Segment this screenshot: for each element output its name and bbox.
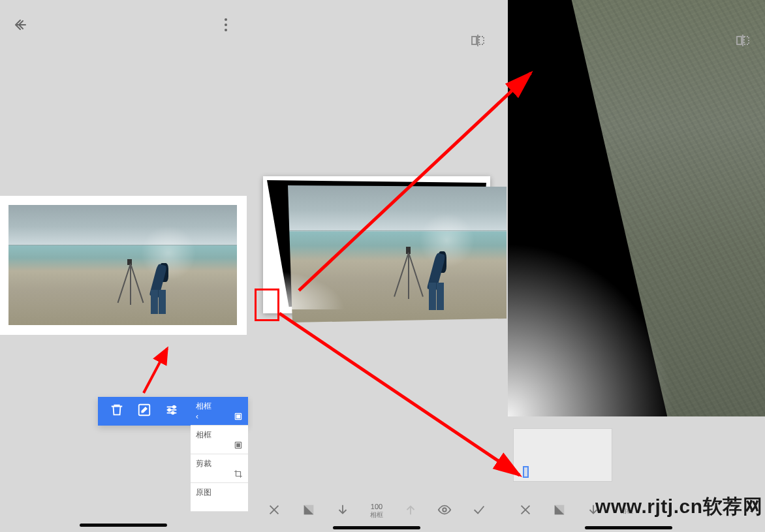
edit-icon[interactable] bbox=[137, 403, 151, 420]
svg-rect-9 bbox=[236, 415, 240, 418]
eye-icon[interactable] bbox=[437, 503, 452, 520]
panel-photo-view: 相框 ‹ 相框 剪裁 原图 bbox=[0, 0, 247, 532]
more-icon[interactable] bbox=[218, 17, 234, 33]
annotation-arrow-3 bbox=[274, 307, 529, 483]
panel-frame-zoom: 相框 bbox=[507, 0, 765, 532]
annotation-arrow-1 bbox=[137, 341, 176, 399]
close-icon[interactable] bbox=[267, 503, 281, 520]
home-indicator bbox=[333, 526, 420, 529]
menu-label: 相框 bbox=[196, 401, 211, 411]
menu-item-frame-selected[interactable]: 相框 ‹ bbox=[191, 397, 248, 426]
svg-rect-11 bbox=[236, 443, 240, 447]
menu-item-crop[interactable]: 剪裁 bbox=[191, 454, 248, 483]
close-icon[interactable] bbox=[518, 503, 533, 520]
svg-rect-20 bbox=[737, 37, 742, 44]
menu-item-original[interactable]: 原图 bbox=[191, 483, 248, 512]
top-bar bbox=[0, 0, 247, 50]
menu-label: 剪裁 bbox=[196, 459, 211, 468]
svg-rect-12 bbox=[472, 37, 476, 44]
svg-point-19 bbox=[443, 508, 446, 512]
arrow-down-icon[interactable] bbox=[336, 503, 350, 520]
svg-line-27 bbox=[299, 73, 531, 290]
compare-icon[interactable] bbox=[470, 33, 486, 51]
home-indicator bbox=[80, 524, 167, 527]
svg-line-26 bbox=[144, 349, 167, 393]
svg-rect-21 bbox=[744, 37, 749, 44]
slider-number: 100 bbox=[371, 503, 382, 510]
menu-item-frame[interactable]: 相框 bbox=[191, 426, 248, 454]
arrow-up-icon[interactable] bbox=[403, 503, 418, 520]
back-icon[interactable] bbox=[13, 17, 29, 33]
annotation-arrow-2 bbox=[279, 65, 540, 300]
svg-point-5 bbox=[173, 406, 176, 409]
svg-point-6 bbox=[168, 409, 171, 411]
watermark-text: www.rjtj.cn软荐网 bbox=[595, 493, 762, 520]
check-icon[interactable] bbox=[472, 503, 486, 520]
home-indicator bbox=[585, 526, 672, 529]
zoomed-corner-view[interactable] bbox=[508, 0, 765, 416]
layers-icon[interactable] bbox=[552, 503, 567, 520]
svg-point-7 bbox=[172, 412, 174, 415]
sliders-icon[interactable] bbox=[164, 403, 179, 420]
slider-label: 相框 bbox=[370, 510, 383, 520]
menu-label: 原图 bbox=[196, 488, 211, 497]
edit-popup: 相框 ‹ 相框 剪裁 原图 bbox=[98, 397, 248, 426]
svg-rect-13 bbox=[479, 37, 484, 44]
svg-line-28 bbox=[279, 313, 520, 475]
slider-value[interactable]: 100 相框 bbox=[370, 503, 383, 520]
menu-label: 相框 bbox=[196, 430, 211, 439]
compare-icon[interactable] bbox=[735, 33, 751, 51]
photo-preview[interactable] bbox=[8, 205, 237, 325]
layers-icon[interactable] bbox=[302, 503, 316, 520]
trash-icon[interactable] bbox=[110, 403, 124, 420]
chevron-left-icon: ‹ bbox=[196, 412, 198, 421]
